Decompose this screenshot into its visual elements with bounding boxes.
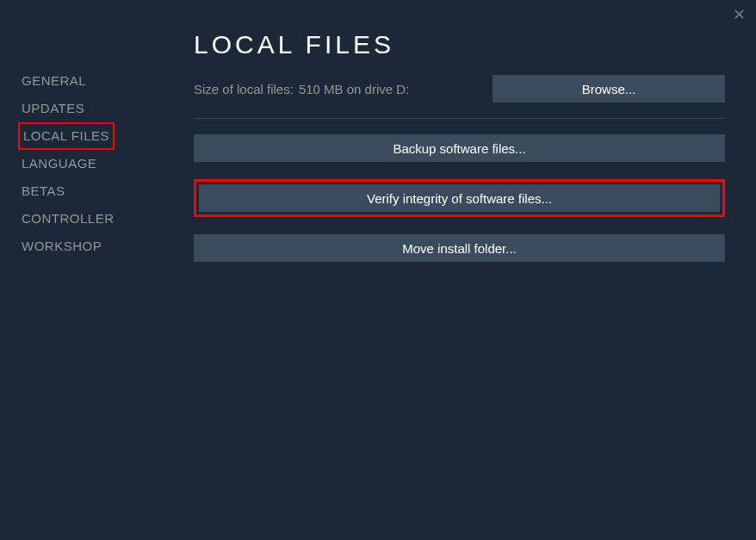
verify-button[interactable]: Verify integrity of software files... [199, 184, 720, 212]
verify-button-highlight: Verify integrity of software files... [194, 179, 725, 217]
sidebar-item-updates[interactable]: UPDATES [18, 95, 88, 122]
main-panel: LOCAL FILES Size of local files: 510 MB … [194, 0, 756, 540]
browse-button[interactable]: Browse... [493, 75, 725, 102]
page-title: LOCAL FILES [194, 30, 725, 59]
sidebar-item-general[interactable]: GENERAL [18, 67, 90, 95]
sidebar-item-betas[interactable]: BETAS [18, 177, 69, 205]
sidebar: GENERAL UPDATES LOCAL FILES LANGUAGE BET… [0, 0, 194, 540]
size-row: Size of local files: 510 MB on drive D: … [194, 75, 725, 102]
move-button[interactable]: Move install folder... [194, 234, 725, 262]
sidebar-item-language[interactable]: LANGUAGE [18, 150, 100, 177]
divider [194, 118, 725, 119]
close-icon[interactable]: ✕ [733, 7, 746, 22]
sidebar-item-local-files[interactable]: LOCAL FILES [18, 122, 115, 150]
size-value: 510 MB on drive D: [299, 82, 487, 96]
sidebar-item-controller[interactable]: CONTROLLER [18, 205, 118, 233]
backup-button[interactable]: Backup software files... [194, 134, 725, 162]
sidebar-item-workshop[interactable]: WORKSHOP [18, 233, 105, 260]
properties-container: GENERAL UPDATES LOCAL FILES LANGUAGE BET… [0, 0, 756, 540]
size-label: Size of local files: [194, 82, 294, 96]
